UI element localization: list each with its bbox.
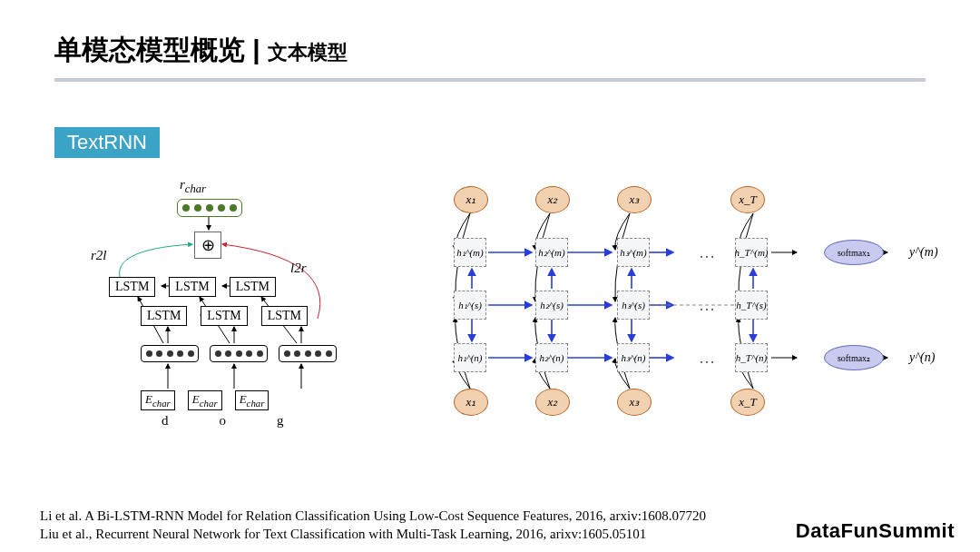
- lstm-cell: LSTM: [201, 306, 247, 326]
- h-cell: h₃^(m): [617, 238, 650, 267]
- ellipsis: …: [699, 243, 717, 262]
- diagram-bilstm-char: rchar ⊕ r2l l2r LSTM LSTM LSTM LSTM LSTM…: [54, 177, 354, 449]
- embedding-row: [141, 345, 337, 362]
- lstm-cell: LSTM: [261, 306, 308, 326]
- e-char-row: Echar Echar Echar: [141, 390, 269, 410]
- char-o: o: [220, 413, 227, 429]
- ellipsis: …: [699, 296, 717, 315]
- h-cell: h₃^(n): [617, 343, 650, 372]
- r-char-vector: [177, 199, 242, 217]
- brand-watermark: DataFunSummit: [796, 519, 955, 543]
- softmax-node: softmax₂: [824, 345, 884, 370]
- h-cell: h_T^(s): [735, 291, 768, 320]
- e-char-box: Echar: [188, 390, 222, 410]
- output-y-m: y^(m): [909, 245, 938, 260]
- x-node: x₃: [617, 389, 652, 416]
- e-char-box: Echar: [141, 390, 175, 410]
- input-chars: d o g: [162, 413, 284, 429]
- lstm-cell: LSTM: [109, 277, 155, 297]
- x-node: x₁: [454, 389, 488, 416]
- output-y-n: y^(n): [909, 350, 935, 365]
- char-g: g: [277, 413, 284, 429]
- lstm-cell: LSTM: [141, 306, 187, 326]
- lstm-cell: LSTM: [169, 277, 215, 297]
- h-cell: h₁^(m): [454, 238, 486, 267]
- model-badge: TextRNN: [54, 127, 160, 158]
- softmax-node: softmax₁: [824, 240, 884, 265]
- slide-title-sub: 文本模型: [268, 39, 348, 66]
- hidden-row-m: h₁^(m) h₂^(m) h₃^(m) … h_T^(m) softmax₁ …: [454, 238, 938, 267]
- x-node: x_T: [730, 186, 765, 213]
- char-d: d: [162, 413, 169, 429]
- h-cell: h₁^(n): [454, 343, 486, 372]
- diagram-multitask-rnn: x₁ x₂ x₃ x_T h₁^(m) h₂^(m) h₃^(m) … h_T^…: [445, 182, 953, 436]
- x-node: x₁: [454, 186, 488, 213]
- lstm-row-backward: LSTM LSTM LSTM: [109, 277, 276, 297]
- edge-l2r: l2r: [290, 261, 307, 276]
- x-node: x₃: [617, 186, 652, 213]
- slide-title-main: 单模态模型概览 |: [54, 32, 260, 69]
- citation-2: Liu et al., Recurrent Neural Network for…: [40, 525, 706, 543]
- hidden-row-shared: h₁^(s) h₂^(s) h₃^(s) … h_T^(s): [454, 291, 817, 320]
- hidden-row-n: h₁^(n) h₂^(n) h₃^(n) … h_T^(n) softmax₂ …: [454, 343, 935, 372]
- citation-1: Li et al. A Bi-LSTM-RNN Model for Relati…: [40, 507, 706, 525]
- h-cell: h₁^(s): [454, 291, 486, 320]
- h-cell: h₂^(s): [535, 291, 568, 320]
- title-divider: [54, 78, 926, 82]
- x-node: x₂: [535, 186, 570, 213]
- combine-op: ⊕: [194, 232, 221, 259]
- h-cell: h₃^(s): [617, 291, 650, 320]
- x-node: x_T: [730, 389, 765, 416]
- r-char-label: rchar: [180, 177, 206, 196]
- h-cell: h_T^(m): [735, 238, 768, 267]
- ellipsis: …: [699, 349, 717, 368]
- e-char-box: Echar: [235, 390, 270, 410]
- input-row-top: x₁ x₂ x₃ x_T: [454, 186, 765, 213]
- lstm-cell: LSTM: [230, 277, 276, 297]
- citations: Li et al. A Bi-LSTM-RNN Model for Relati…: [40, 507, 706, 544]
- h-cell: h₂^(m): [535, 238, 568, 267]
- lstm-row-forward: LSTM LSTM LSTM: [141, 306, 308, 326]
- input-row-bottom: x₁ x₂ x₃ x_T: [454, 389, 765, 416]
- h-cell: h₂^(n): [535, 343, 568, 372]
- edge-r2l: r2l: [91, 248, 107, 263]
- h-cell: h_T^(n): [735, 343, 768, 372]
- x-node: x₂: [535, 389, 570, 416]
